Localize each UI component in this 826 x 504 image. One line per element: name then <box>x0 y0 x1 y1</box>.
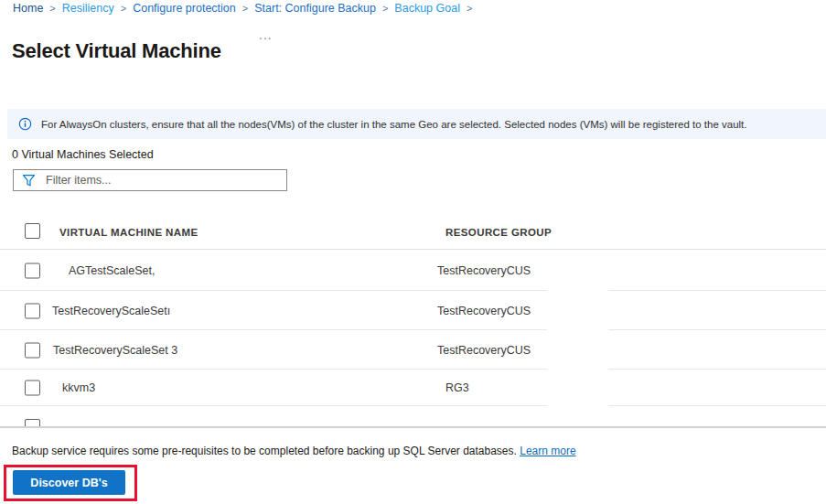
breadcrumb-separator-icon: > <box>242 3 248 14</box>
resource-group-cell: TestRecoveryCUS <box>437 264 531 277</box>
pane-bottom-divider <box>0 426 826 428</box>
breadcrumb-item-backup-goal[interactable]: Backup Goal <box>394 2 460 15</box>
vm-name-cell: kkvm3 <box>62 381 95 394</box>
title-more-button[interactable]: ... <box>259 27 273 42</box>
vm-name-cell: TestRecoveryScaleSetı <box>52 305 170 317</box>
filter-input[interactable] <box>44 171 286 189</box>
resource-group-cell: RG3 <box>445 381 469 394</box>
row-checkbox[interactable] <box>25 342 40 358</box>
info-banner: For AlwaysOn clusters, ensure that all t… <box>7 109 826 139</box>
resource-group-cell: TestRecoveryCUS <box>437 344 531 357</box>
discover-dbs-button[interactable]: Discover DB's <box>13 470 125 495</box>
vm-name-cell: AGTestScaleSet, <box>69 264 156 277</box>
prerequisites-note-text: Backup service requires some pre-requisi… <box>12 445 517 457</box>
filter-funnel-icon <box>22 174 36 187</box>
row-divider <box>0 405 547 406</box>
row-checkbox[interactable] <box>25 381 40 396</box>
selection-count: 0 Virtual Machines Selected <box>12 148 154 161</box>
row-divider <box>608 405 826 406</box>
page-title: Select Virtual Machine <box>12 39 221 63</box>
breadcrumb-item-home[interactable]: Home <box>13 2 43 15</box>
prerequisites-note: Backup service requires some pre-requisi… <box>12 445 576 457</box>
breadcrumb-item-configure-protection[interactable]: Configure protection <box>133 2 236 15</box>
breadcrumb-item-start-configure-backup[interactable]: Start: Configure Backup <box>254 2 376 15</box>
breadcrumb-separator-icon: > <box>49 3 55 14</box>
partial-row-checkbox[interactable] <box>25 419 40 426</box>
vm-name-cell: TestRecoveryScaleSet 3 <box>53 344 177 357</box>
table-row[interactable]: TestRecoveryScaleSetı TestRecoveryCUS <box>0 291 826 330</box>
select-all-checkbox[interactable] <box>25 223 40 239</box>
select-virtual-machine-page: { "breadcrumb": { "separator": ">", "ite… <box>0 0 826 504</box>
filter-box[interactable] <box>13 169 287 191</box>
breadcrumb-item-resiliency[interactable]: Resiliency <box>62 2 114 15</box>
breadcrumb-separator-icon: > <box>121 3 126 14</box>
table-row[interactable]: TestRecoveryScaleSet 3 TestRecoveryCUS <box>0 330 826 370</box>
info-icon <box>18 117 32 131</box>
breadcrumb-separator-icon: > <box>382 3 388 14</box>
table-row[interactable]: AGTestScaleSet, TestRecoveryCUS <box>0 250 826 291</box>
info-banner-text: For AlwaysOn clusters, ensure that all t… <box>41 119 747 130</box>
table-row[interactable]: kkvm3 RG3 <box>0 370 826 406</box>
learn-more-link[interactable]: Learn more <box>520 445 575 457</box>
column-header-resource-group: RESOURCE GROUP <box>445 227 552 238</box>
row-checkbox[interactable] <box>25 303 40 318</box>
breadcrumb-separator-icon: > <box>467 3 472 14</box>
column-header-virtual-machine-name: VIRTUAL MACHINE NAME <box>59 227 198 238</box>
breadcrumb: Home > Resiliency > Configure protection… <box>13 2 472 15</box>
row-checkbox[interactable] <box>25 263 40 278</box>
resource-group-cell: TestRecoveryCUS <box>437 305 531 317</box>
vm-table: AGTestScaleSet, TestRecoveryCUS TestReco… <box>0 250 826 426</box>
